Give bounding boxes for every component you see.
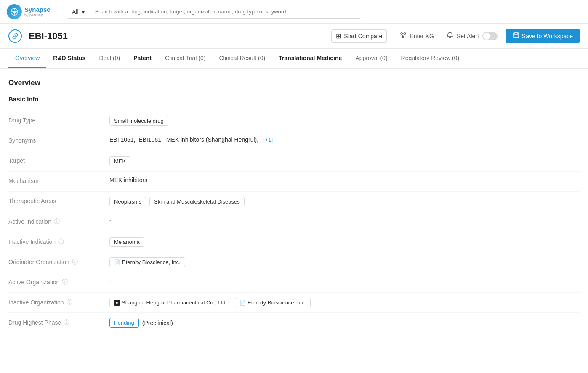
tab-overview-label: Overview (15, 55, 40, 61)
synonyms-row: Synonyms EBI 1051, EBI1051, MEK inhibito… (8, 131, 580, 151)
mechanism-text: MEK inhibitors (109, 177, 147, 183)
org-doc-icon-2: 📄 (239, 300, 246, 306)
drug-highest-phase-row: Drug Highest Phase ⓘ Pending (Preclinica… (8, 313, 580, 333)
alert-icon (447, 32, 453, 40)
therapeutic-areas-label: Therapeutic Areas (8, 197, 109, 204)
tab-clinical-result[interactable]: Clinical Result (0) (212, 49, 272, 69)
drug-type-label: Drug Type (8, 116, 109, 124)
svg-line-10 (402, 34, 403, 36)
drug-highest-phase-info-icon[interactable]: ⓘ (64, 319, 69, 326)
target-row: Target MEK (8, 151, 580, 172)
tab-clinical-trial[interactable]: Clinical Trial (0) (158, 49, 212, 69)
tab-rd-status[interactable]: R&D Status (46, 49, 92, 69)
drug-link-icon (8, 29, 22, 43)
therapeutic-area-tag-1: Neoplasms (109, 197, 146, 206)
svg-point-8 (402, 36, 404, 38)
phase-suffix-text: (Preclinical) (142, 320, 173, 326)
inactive-indication-info-icon[interactable]: ⓘ (58, 238, 64, 246)
synonyms-label: Synonyms (8, 136, 109, 144)
main-content: Overview Basic Info Drug Type Small mole… (0, 69, 588, 343)
workspace-icon (513, 32, 519, 40)
mechanism-row: Mechanism MEK inhibitors (8, 172, 580, 192)
search-input[interactable] (90, 5, 361, 18)
search-type-dropdown[interactable]: All (67, 5, 90, 18)
originator-org-tag[interactable]: 📄 Eternity Bioscience, Inc. (109, 257, 185, 267)
compare-icon: ⊞ (336, 32, 341, 40)
active-indication-info-icon[interactable]: ⓘ (54, 218, 60, 225)
inactive-indication-label: Inactive Indication ⓘ (8, 237, 109, 246)
subsection-title: Basic Info (8, 95, 580, 103)
inactive-org-label: Inactive Organization ⓘ (8, 298, 109, 306)
top-header: Synapse by patsnap All (0, 0, 588, 24)
mechanism-label: Mechanism (8, 177, 109, 184)
active-indication-value: - (109, 217, 580, 224)
tab-approval[interactable]: Approval (0) (349, 49, 394, 69)
enter-kg-button[interactable]: Enter KG (395, 29, 438, 43)
svg-point-6 (401, 33, 402, 34)
inactive-org-value: ■ Shanghai Hengrui Pharmaceutical Co., L… (109, 298, 580, 307)
inactive-org-tag-2[interactable]: 📄 Eternity Bioscience, Inc. (235, 298, 311, 307)
active-org-info-icon[interactable]: ⓘ (62, 278, 68, 286)
active-org-row: Active Organization ⓘ - (8, 272, 580, 293)
search-type-label: All (72, 8, 79, 15)
tab-deal-label: Deal (0) (99, 55, 120, 61)
tab-overview[interactable]: Overview (8, 49, 46, 69)
save-workspace-label: Save to Workspace (522, 33, 573, 40)
target-tag[interactable]: MEK (109, 156, 130, 166)
tab-clinical-trial-label: Clinical Trial (0) (165, 55, 205, 61)
active-org-dash: - (109, 278, 112, 284)
tab-rd-status-label: R&D Status (53, 55, 85, 61)
tabs-bar: Overview R&D Status Deal (0) Patent Clin… (0, 49, 588, 69)
save-workspace-button[interactable]: Save to Workspace (506, 29, 580, 43)
svg-point-1 (13, 11, 16, 13)
kg-icon (399, 32, 407, 40)
set-alert-area: Set Alert (447, 32, 498, 40)
active-indication-row: Active Indication ⓘ - (8, 212, 580, 232)
active-indication-dash: - (109, 217, 112, 224)
org-doc-icon: 📄 (114, 259, 120, 265)
phase-pending-tag: Pending (109, 318, 139, 328)
tab-patent[interactable]: Patent (127, 49, 158, 69)
synonyms-more-link[interactable]: [+1] (263, 137, 273, 143)
tab-approval-label: Approval (0) (355, 55, 387, 61)
tab-regulatory-review[interactable]: Regulatory Review (0) (394, 49, 466, 69)
tab-clinical-result-label: Clinical Result (0) (219, 55, 265, 61)
logo-area: Synapse by patsnap (7, 4, 61, 19)
tab-translational-medicine[interactable]: Translational Medicine (272, 49, 349, 69)
drug-highest-phase-value: Pending (Preclinical) (109, 318, 580, 328)
svg-line-11 (404, 34, 404, 36)
active-org-label: Active Organization ⓘ (8, 278, 109, 286)
tab-translational-medicine-label: Translational Medicine (279, 55, 342, 61)
building-icon: ■ (114, 300, 120, 306)
tab-regulatory-review-label: Regulatory Review (0) (401, 55, 460, 61)
start-compare-label: Start Compare (344, 33, 382, 40)
active-indication-label: Active Indication ⓘ (8, 217, 109, 225)
logo-text: Synapse by patsnap (24, 6, 51, 17)
inactive-org-info-icon[interactable]: ⓘ (67, 299, 72, 306)
inactive-indication-tag: Melanoma (109, 237, 144, 247)
inactive-indication-value: Melanoma (109, 237, 580, 247)
drug-name-title: EBI-1051 (29, 31, 68, 42)
synonyms-text: EBI 1051, EBI1051, MEK inhibitors (Shang… (109, 136, 260, 143)
therapeutic-areas-value: Neoplasms Skin and Musculoskeletal Disea… (109, 197, 580, 206)
logo-bypatsnap-text: by patsnap (24, 13, 51, 17)
drug-header: EBI-1051 ⊞ Start Compare Enter KG (0, 24, 588, 49)
inactive-org-row: Inactive Organization ⓘ ■ Shanghai Hengr… (8, 293, 580, 313)
originator-org-info-icon[interactable]: ⓘ (72, 258, 78, 266)
inactive-indication-row: Inactive Indication ⓘ Melanoma (8, 232, 580, 252)
synonyms-value: EBI 1051, EBI1051, MEK inhibitors (Shang… (109, 136, 580, 143)
originator-org-value: 📄 Eternity Bioscience, Inc. (109, 257, 580, 267)
section-title: Overview (8, 79, 580, 87)
chevron-down-icon (82, 8, 85, 15)
search-container: All (67, 5, 361, 19)
drug-type-row: Drug Type Small molecule drug (8, 111, 580, 131)
drug-type-tag: Small molecule drug (109, 116, 168, 126)
logo-synapse-text: Synapse (24, 6, 51, 13)
drug-actions-bar: ⊞ Start Compare Enter KG (331, 29, 580, 43)
originator-org-label: Originator Organization ⓘ (8, 257, 109, 266)
start-compare-button[interactable]: ⊞ Start Compare (331, 29, 387, 43)
inactive-org-tag-1[interactable]: ■ Shanghai Hengrui Pharmaceutical Co., L… (109, 298, 231, 307)
therapeutic-area-tag-2: Skin and Musculoskeletal Diseases (149, 197, 245, 206)
alert-toggle[interactable] (482, 32, 498, 40)
tab-deal[interactable]: Deal (0) (92, 49, 127, 69)
